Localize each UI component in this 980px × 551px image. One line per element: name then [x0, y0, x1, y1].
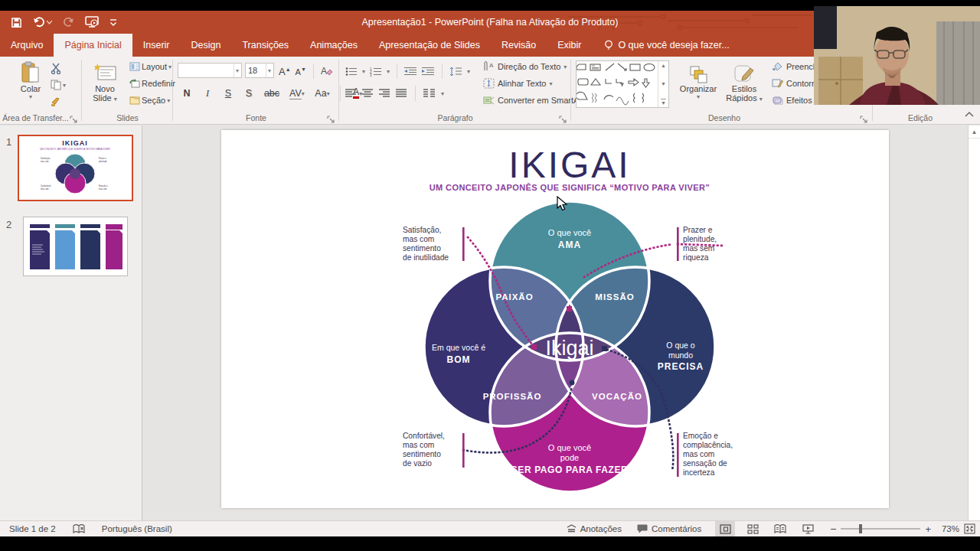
label-ikigai-center: Ikigai [545, 337, 593, 360]
paste-caret: ▾ [11, 93, 51, 100]
strikethrough-button[interactable]: abc [262, 86, 282, 101]
clear-formatting-icon[interactable]: A [321, 66, 333, 77]
slide-thumbnail-2[interactable] [23, 217, 128, 276]
text-shadow-button[interactable]: S [241, 86, 256, 101]
font-name-combo[interactable]: ▾ [178, 63, 242, 78]
shapes-gallery-scrollbar[interactable]: ▲▼▼ [658, 61, 668, 107]
tell-me-search[interactable]: O que você deseja fazer... [592, 34, 729, 57]
tab-inserir[interactable]: Inserir [132, 34, 181, 57]
powerpoint-window: Apresentação1 - PowerPoint (Falha na Ati… [0, 0, 980, 551]
bold-button[interactable]: N [179, 86, 194, 101]
magenta-dot-left [531, 344, 537, 350]
underline-button[interactable]: S [220, 86, 236, 101]
cut-icon [51, 63, 62, 74]
font-size-combo[interactable]: 18▾ [245, 63, 274, 78]
decrease-font-button[interactable]: A▼ [296, 67, 306, 77]
tab-apresentacao-de-slides[interactable]: Apresentação de Slides [368, 34, 491, 57]
shape-outline-icon [772, 78, 783, 88]
cut-button[interactable] [51, 63, 62, 74]
undo-button[interactable] [33, 17, 45, 28]
text-direction-icon: A [483, 61, 495, 72]
section-button[interactable]: Seção▾ [129, 96, 170, 105]
svg-text:IKIGAI: IKIGAI [62, 139, 88, 147]
format-painter-button[interactable] [51, 96, 61, 107]
paste-button[interactable]: Colar ▾ [11, 60, 51, 100]
spellcheck-icon[interactable] [73, 524, 85, 534]
view-reading-button[interactable] [770, 521, 790, 536]
copy-button[interactable]: ▾ [51, 80, 66, 90]
reset-button[interactable]: Redefinir [129, 79, 175, 88]
tab-revisao[interactable]: Revisão [491, 34, 547, 57]
tab-arquivo[interactable]: Arquivo [0, 34, 54, 57]
svg-text:complacência,: complacência, [683, 441, 733, 449]
svg-text:Prazer e: Prazer e [683, 226, 713, 234]
lightbulb-icon [604, 40, 613, 51]
label-pago-line1: O que você [548, 443, 591, 452]
customize-qat-button[interactable] [109, 18, 117, 27]
drawing-dialog-launcher[interactable] [860, 113, 868, 122]
layout-button[interactable]: Layout▾ [129, 62, 172, 71]
text-direction-button[interactable]: A Direção do Texto▾ [483, 61, 567, 72]
new-slide-button[interactable]: Novo Slide ▾ [85, 60, 125, 103]
character-spacing-button[interactable]: AV▾ [287, 86, 307, 101]
zoom-out-button[interactable]: − [830, 523, 836, 535]
decrease-indent-icon[interactable] [404, 67, 417, 77]
group-label-editing: Edição [873, 113, 968, 122]
tab-transicoes[interactable]: Transições [231, 34, 299, 57]
language-indicator[interactable]: Português (Brasil) [102, 524, 172, 533]
zoom-controls: − + [824, 523, 937, 535]
comments-button[interactable]: Comentários [629, 524, 709, 533]
start-slideshow-button[interactable] [85, 16, 99, 28]
shape-effects-icon [772, 95, 783, 105]
increase-indent-icon[interactable] [422, 67, 435, 77]
align-center-icon[interactable] [362, 89, 374, 98]
bullets-icon[interactable] [345, 67, 358, 77]
columns-icon[interactable] [423, 89, 436, 98]
annotation-bottom-left: Confortável, mas com sentimento de vazio [403, 432, 445, 468]
tab-exibir[interactable]: Exibir [547, 34, 592, 57]
slide-canvas[interactable]: IKIGAI UM CONCEITO JAPONÊS QUE SIGNIFICA… [221, 130, 889, 508]
paste-label: Colar [11, 84, 51, 93]
vertical-scrollbar[interactable]: ▲ [968, 126, 980, 520]
annotation-top-right: Prazer e plenitude, mas sem riqueza [683, 226, 717, 262]
layout-label: Layout [142, 62, 167, 71]
zoom-slider[interactable] [841, 528, 920, 530]
svg-text:mas com: mas com [41, 161, 49, 163]
tab-pagina-inicial[interactable]: Página Inicial [54, 34, 132, 57]
line-spacing-icon[interactable] [449, 67, 462, 77]
svg-text:sentimento: sentimento [403, 244, 441, 253]
align-right-icon[interactable] [379, 89, 390, 98]
slide-thumbnail-1[interactable]: IKIGAI UM CONCEITO JAPONÊS QUE SIGNIFICA… [18, 135, 133, 201]
group-font: ▾ 18▾ A▲ A▼ A N I S S abc AV▾ Aa▾ A▾ [173, 57, 339, 124]
scroll-up-arrow[interactable]: ▲ [969, 126, 980, 139]
svg-text:de vazio: de vazio [403, 459, 432, 468]
view-normal-button[interactable] [715, 521, 735, 536]
label-pago-line3: SER PAGO PARA FAZER [511, 465, 629, 475]
quick-styles-button[interactable]: Estilos Rápidos ▾ [723, 60, 766, 103]
label-ama-line1: O que você [548, 228, 591, 237]
view-slideshow-button[interactable] [798, 521, 818, 536]
new-slide-label-2: Slide ▾ [85, 93, 125, 103]
align-left-icon[interactable] [345, 89, 357, 98]
tab-animacoes[interactable]: Animações [299, 34, 368, 57]
tab-design[interactable]: Design [180, 34, 231, 57]
change-case-button[interactable]: Aa▾ [312, 86, 332, 101]
increase-font-button[interactable]: A▲ [279, 66, 291, 77]
save-button[interactable] [11, 17, 22, 28]
undo-dropdown-caret[interactable] [47, 20, 52, 24]
arrange-button[interactable]: Organizar ▾ [675, 60, 721, 100]
slide-thumbnail-panel: 1 IKIGAI UM CONCEITO JAPONÊS QUE SIGNIFI… [0, 126, 142, 520]
shapes-gallery[interactable]: ▲▼▼ [576, 60, 669, 108]
zoom-in-button[interactable]: + [925, 523, 931, 535]
align-text-button[interactable]: Alinhar Texto▾ [483, 78, 552, 89]
fit-to-window-button[interactable] [964, 523, 975, 534]
workspace: 1 IKIGAI UM CONCEITO JAPONÊS QUE SIGNIFI… [0, 126, 980, 520]
zoom-slider-thumb[interactable] [859, 524, 862, 533]
view-slide-sorter-button[interactable] [743, 521, 763, 536]
zoom-level[interactable]: 73% [937, 524, 964, 533]
numbering-icon[interactable]: 123 [370, 67, 382, 77]
collapse-ribbon-button[interactable] [965, 107, 974, 121]
justify-icon[interactable] [396, 89, 407, 98]
italic-button[interactable]: I [200, 86, 215, 101]
notes-button[interactable]: Anotações [559, 524, 629, 533]
